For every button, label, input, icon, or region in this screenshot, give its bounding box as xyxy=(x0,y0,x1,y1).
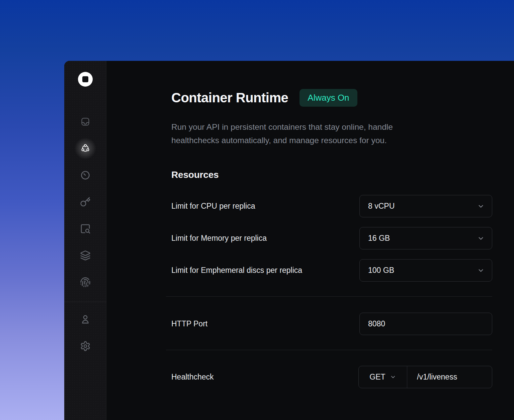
cpu-limit-select[interactable]: 8 vCPU xyxy=(359,195,492,217)
timer-icon xyxy=(80,170,91,181)
inspect-search-icon xyxy=(80,223,91,234)
cpu-limit-label: Limit for CPU per replica xyxy=(166,202,255,211)
fingerprint-icon xyxy=(80,277,91,288)
layers-icon xyxy=(80,250,91,261)
healthcheck-method-select[interactable]: GET xyxy=(359,366,407,388)
sidebar-item-fingerprint[interactable] xyxy=(79,276,91,288)
page-title: Container Runtime xyxy=(171,90,288,105)
disc-limit-label: Limit for Emphemeral discs per replica xyxy=(166,266,302,275)
sidebar-item-inspect[interactable] xyxy=(79,223,91,235)
page-description: Run your API in persistent containers th… xyxy=(166,120,440,147)
cpu-limit-value: 8 vCPU xyxy=(368,202,395,211)
healthcheck-label: Healthcheck xyxy=(166,373,214,382)
chevron-down-icon xyxy=(390,374,396,380)
sidebar-item-timer[interactable] xyxy=(79,169,91,181)
sidebar-item-inbox[interactable] xyxy=(79,116,91,128)
http-port-input[interactable] xyxy=(359,313,492,335)
sidebar-item-settings[interactable] xyxy=(79,340,91,352)
key-icon xyxy=(80,197,91,207)
http-port-label: HTTP Port xyxy=(166,319,207,328)
sidebar-bottom-nav xyxy=(79,313,91,352)
healthcheck-row: Healthcheck GET xyxy=(166,366,492,388)
section-divider xyxy=(166,296,492,297)
logo-mark-icon xyxy=(82,76,88,82)
always-on-badge: Always On xyxy=(299,89,357,107)
chevron-down-icon xyxy=(477,235,485,242)
sidebar-item-keys[interactable] xyxy=(79,196,91,208)
chevron-down-icon xyxy=(477,267,485,274)
healthcheck-path-input[interactable] xyxy=(407,366,492,388)
page-header: Container Runtime Always On xyxy=(166,89,492,107)
app-window: Container Runtime Always On Run your API… xyxy=(64,61,514,420)
sidebar-item-layers[interactable] xyxy=(79,249,91,261)
memory-limit-label: Limit for Memory per replica xyxy=(166,234,267,243)
http-port-row: HTTP Port xyxy=(166,313,492,335)
containers-icon xyxy=(80,143,91,154)
sidebar-divider xyxy=(64,302,106,302)
cpu-limit-row: Limit for CPU per replica 8 vCPU xyxy=(166,195,492,217)
gear-icon xyxy=(80,341,91,351)
disc-limit-value: 100 GB xyxy=(368,266,394,275)
chevron-down-icon xyxy=(477,203,485,210)
sidebar-item-account[interactable] xyxy=(79,313,91,325)
user-icon xyxy=(80,314,91,325)
sidebar-item-containers[interactable] xyxy=(79,142,91,154)
memory-limit-row: Limit for Memory per replica 16 GB xyxy=(166,227,492,249)
healthcheck-method-value: GET xyxy=(369,373,385,382)
disc-limit-row: Limit for Emphemeral discs per replica 1… xyxy=(166,259,492,282)
memory-limit-value: 16 GB xyxy=(368,234,390,243)
disc-limit-select[interactable]: 100 GB xyxy=(359,259,492,282)
inbox-tray-icon xyxy=(80,116,91,127)
app-logo[interactable] xyxy=(78,72,93,87)
section-divider xyxy=(166,350,492,350)
sidebar-nav xyxy=(79,116,91,288)
memory-limit-select[interactable]: 16 GB xyxy=(359,227,492,249)
healthcheck-control: GET xyxy=(358,366,492,388)
resources-heading: Resources xyxy=(166,170,492,180)
main-content: Container Runtime Always On Run your API… xyxy=(106,61,514,420)
sidebar xyxy=(64,61,106,420)
